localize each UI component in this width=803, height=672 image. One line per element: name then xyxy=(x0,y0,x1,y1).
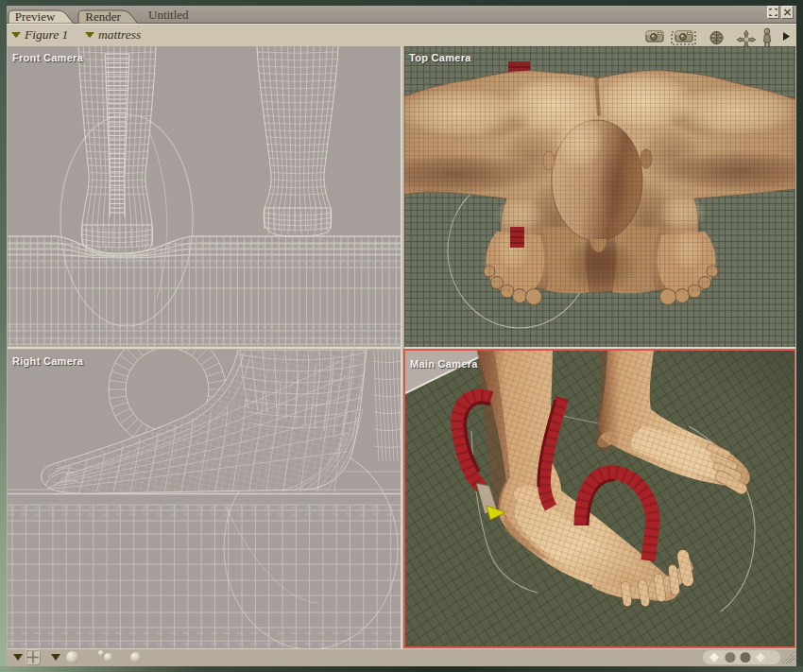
svg-text:Preview: Preview xyxy=(15,9,56,24)
svg-text:Render: Render xyxy=(85,9,121,24)
svg-text:mattress: mattress xyxy=(98,27,141,42)
svg-text:Figure 1: Figure 1 xyxy=(24,27,68,42)
